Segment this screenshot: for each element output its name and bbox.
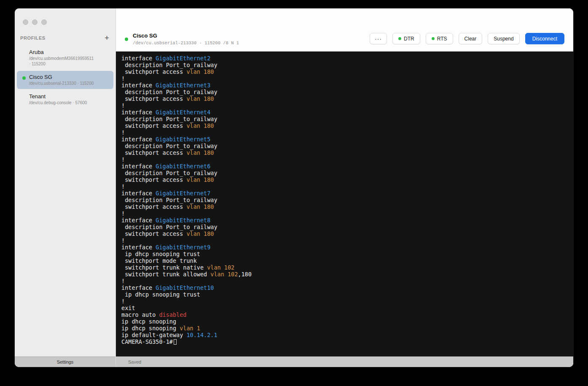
add-profile-button[interactable]: + <box>103 35 110 41</box>
profile-item[interactable]: Tenant/dev/cu.debug-console · 57600 <box>17 90 113 108</box>
profile-texts: Tenant/dev/cu.debug-console · 57600 <box>29 93 87 105</box>
connected-status-icon <box>125 38 128 41</box>
terminal-line: ! <box>121 237 568 244</box>
terminal-line: switchport access vlan 180 <box>121 203 568 210</box>
dtr-label: DTR <box>404 36 414 42</box>
terminal-line: description Port_to_railway <box>121 224 568 230</box>
profile-texts: Cisco SG/dev/cu.usbserial-213330 · 11520… <box>29 74 94 86</box>
terminal-line: interface GigabitEthernet7 <box>121 190 568 197</box>
terminal-line: description Port_to_railway <box>121 143 568 149</box>
rts-toggle[interactable]: RTS <box>426 33 453 44</box>
terminal-line: description Port_to_railway <box>121 170 568 176</box>
profile-list: Aruba/dev/cu.usbmodemM36619959511 · 1152… <box>15 45 115 356</box>
rts-status-icon <box>432 37 435 40</box>
save-status: Saved <box>128 359 141 364</box>
connection-status-dot <box>22 96 26 99</box>
terminal-line: interface GigabitEthernet9 <box>121 244 568 251</box>
terminal-output[interactable]: interface GigabitEthernet2 description P… <box>116 51 573 356</box>
more-options-button[interactable]: ··· <box>370 33 387 44</box>
terminal-line: switchport trunk allowed vlan 102,180 <box>121 271 568 278</box>
terminal-line: ! <box>121 102 568 109</box>
terminal-line: ! <box>121 278 568 284</box>
terminal-line: interface GigabitEthernet8 <box>121 217 568 224</box>
terminal-line: description Port_to_railway <box>121 62 568 68</box>
terminal-prompt: CAMERA-SG350-1# <box>121 338 173 345</box>
profile-detail: /dev/cu.debug-console · 57600 <box>29 100 87 105</box>
dtr-status-icon <box>398 37 401 40</box>
terminal-line: description Port_to_railway <box>121 197 568 203</box>
settings-label: Settings <box>57 359 74 364</box>
terminal-line: switchport access vlan 180 <box>121 68 568 75</box>
disconnect-button[interactable]: Disconnect <box>525 33 564 44</box>
suspend-button[interactable]: Suspend <box>488 33 519 44</box>
session-subtitle: /dev/cu.usbserial-213330 · 115200 /8 N 1 <box>133 40 239 46</box>
session-actions: ··· DTR RTS Clear Suspend Disconnect <box>370 33 564 44</box>
terminal-line: interface GigabitEthernet3 <box>121 82 568 89</box>
terminal-line: switchport access vlan 180 <box>121 230 568 237</box>
session-titles: Cisco SG /dev/cu.usbserial-213330 · 1152… <box>133 32 239 46</box>
clear-button[interactable]: Clear <box>459 33 483 44</box>
main-pane: Cisco SG /dev/cu.usbserial-213330 · 1152… <box>116 8 573 367</box>
terminal-line: description Port_to_railway <box>121 116 568 122</box>
terminal-line: interface GigabitEthernet10 <box>121 284 568 291</box>
terminal-line: ! <box>121 298 568 305</box>
window-controls <box>15 8 115 25</box>
terminal-line: switchport mode trunk <box>121 257 568 264</box>
app-window: PROFILES + Aruba/dev/cu.usbmodemM3661995… <box>15 8 573 367</box>
profile-name: Tenant <box>29 93 87 100</box>
terminal-line: ! <box>121 183 568 190</box>
terminal-line: ip dhcp snooping <box>121 318 568 325</box>
profiles-header-row: PROFILES + <box>15 25 115 45</box>
terminal-line: ! <box>121 210 568 217</box>
terminal-line: macro auto disabled <box>121 311 568 318</box>
session-header: Cisco SG /dev/cu.usbserial-213330 · 1152… <box>116 8 573 51</box>
terminal-line: switchport trunk native vlan 102 <box>121 264 568 271</box>
terminal-line: interface GigabitEthernet2 <box>121 55 568 62</box>
terminal-line: ! <box>121 75 568 82</box>
terminal-line: interface GigabitEthernet4 <box>121 109 568 116</box>
minimize-button[interactable] <box>32 19 38 25</box>
terminal-line: switchport access vlan 180 <box>121 176 568 183</box>
terminal-line: ip dhcp snooping trust <box>121 251 568 257</box>
profile-name: Aruba <box>29 49 94 55</box>
profile-name: Cisco SG <box>29 74 94 80</box>
terminal-line: ! <box>121 156 568 163</box>
session-title: Cisco SG <box>133 32 239 39</box>
terminal-cursor <box>174 339 177 345</box>
terminal-line: switchport access vlan 180 <box>121 149 568 156</box>
settings-button[interactable]: Settings <box>15 356 115 367</box>
profile-detail: /dev/cu.usbserial-213330 · 115200 <box>29 81 94 86</box>
session-info: Cisco SG /dev/cu.usbserial-213330 · 1152… <box>125 32 239 46</box>
terminal-prompt-line: CAMERA-SG350-1# <box>121 338 568 345</box>
profile-item[interactable]: Cisco SG/dev/cu.usbserial-213330 · 11520… <box>17 71 113 89</box>
profile-item[interactable]: Aruba/dev/cu.usbmodemM36619959511 · 1152… <box>17 46 113 70</box>
terminal-line: ! <box>121 129 568 136</box>
status-bar: Saved <box>116 356 573 367</box>
terminal-line: ip default-gateway 10.14.2.1 <box>121 332 568 338</box>
terminal-line: description Port_to_railway <box>121 89 568 95</box>
profile-detail: /dev/cu.usbmodemM36619959511 · 115200 <box>29 56 94 67</box>
sidebar: PROFILES + Aruba/dev/cu.usbmodemM3661995… <box>15 8 116 367</box>
dtr-toggle[interactable]: DTR <box>392 33 420 44</box>
terminal-line: exit <box>121 305 568 311</box>
connection-status-dot <box>22 76 26 80</box>
terminal-line: switchport access vlan 180 <box>121 122 568 129</box>
terminal-line: ip dhcp snooping trust <box>121 291 568 298</box>
zoom-button[interactable] <box>41 19 47 25</box>
profiles-header: PROFILES <box>20 35 46 40</box>
close-button[interactable] <box>23 19 28 25</box>
rts-label: RTS <box>437 36 447 42</box>
connection-status-dot <box>22 51 26 55</box>
profile-texts: Aruba/dev/cu.usbmodemM36619959511 · 1152… <box>29 49 94 67</box>
terminal-line: interface GigabitEthernet6 <box>121 163 568 170</box>
terminal-line: interface GigabitEthernet5 <box>121 136 568 143</box>
terminal-line: switchport access vlan 180 <box>121 95 568 102</box>
terminal-line: ip dhcp snooping vlan 1 <box>121 325 568 332</box>
